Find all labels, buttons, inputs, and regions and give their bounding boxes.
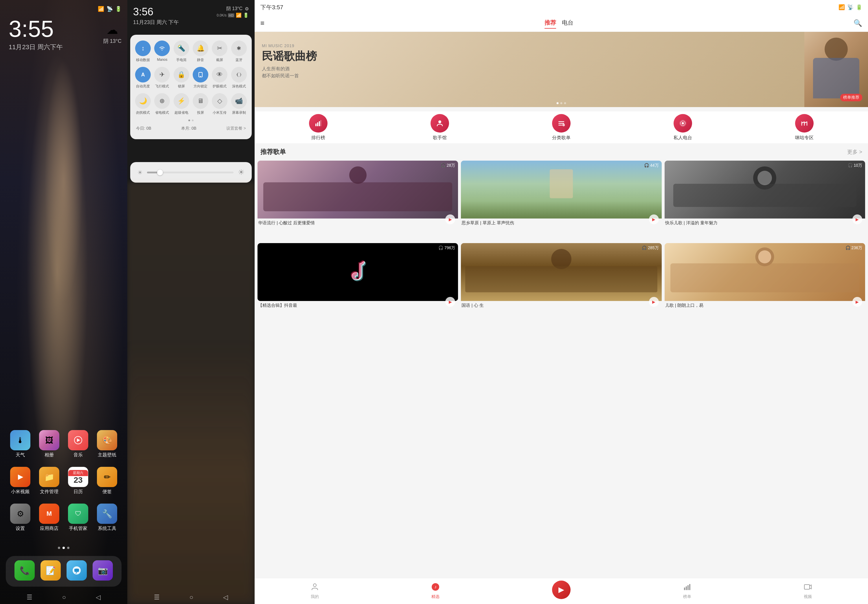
qs-orientation[interactable]: 方向锁定 xyxy=(192,67,209,89)
weather-status: 阴 13°C xyxy=(226,6,242,12)
qs-ultra-saver[interactable]: ⚡ 超级省电 xyxy=(173,93,190,115)
dock-messages[interactable] xyxy=(65,560,88,582)
qs-darkmode-btn[interactable] xyxy=(231,67,247,82)
nav-home-icon[interactable]: ○ xyxy=(62,593,66,601)
qs-airplane[interactable]: ✈ 飞行模式 xyxy=(153,67,170,89)
qs-cast[interactable]: 🖥 投屏 xyxy=(192,93,209,115)
app-settings[interactable]: ⚙ 设置 xyxy=(9,503,32,532)
qs-bluetooth[interactable]: ✱ 蓝牙 xyxy=(231,40,247,62)
qs-mi-transfer-btn[interactable]: ◇ xyxy=(212,93,228,109)
qs-dnd[interactable]: 🌙 勿扰模式 xyxy=(135,93,151,115)
tab-radio[interactable]: 电台 xyxy=(562,17,574,29)
dock-phone[interactable]: 📞 xyxy=(13,560,36,582)
qs-mi-transfer[interactable]: ◇ 小米互传 xyxy=(211,93,228,115)
bnav-mine[interactable]: 我的 xyxy=(311,583,319,599)
app-theme[interactable]: 🎨 主题壁纸 xyxy=(96,430,119,458)
qs-dnd-btn[interactable]: 🌙 xyxy=(135,93,151,109)
hamburger-menu-icon[interactable]: ≡ xyxy=(260,19,265,27)
qs-eyecare-btn[interactable]: 👁 xyxy=(212,67,228,82)
app-tools[interactable]: 🔧 系统工具 xyxy=(96,503,119,532)
qs-orientation-btn[interactable] xyxy=(193,67,208,82)
qs-mute[interactable]: 🔔 静音 xyxy=(192,40,209,62)
qs-mobile-data-btn[interactable]: ↕ xyxy=(135,40,151,56)
cat-playlists[interactable]: 分类歌单 xyxy=(552,114,570,141)
qs-mute-btn[interactable]: 🔔 xyxy=(193,40,208,56)
song-card-1[interactable]: 🎧 28万 ▶ 华语流行 | 心酸过 后更懂爱情 xyxy=(257,161,458,227)
qs-wifi[interactable]: Manos xyxy=(153,40,170,62)
app-music[interactable]: 音乐 xyxy=(67,430,90,458)
qs-screenshot-btn[interactable]: ✂ xyxy=(212,40,228,56)
svg-rect-23 xyxy=(687,585,688,590)
cat-artists-icon xyxy=(431,114,449,132)
app-mivideo[interactable]: ▶ 小米视频 xyxy=(9,467,32,495)
brightness-thumb[interactable] xyxy=(157,169,163,175)
bnav-featured[interactable]: ♪ 精选 xyxy=(431,583,440,599)
song-card-6[interactable]: 🎧 236万 ▶ 儿歌 | 朗朗上口，易 xyxy=(665,243,865,310)
play-btn-1[interactable]: ▶ xyxy=(445,214,455,224)
nav2-back-icon[interactable]: ◁ xyxy=(223,593,228,601)
qs-auto-brightness[interactable]: A 自动亮度 xyxy=(135,67,151,89)
tab-recommended[interactable]: 推荐 xyxy=(544,17,556,29)
qs-bluetooth-btn[interactable]: ✱ xyxy=(231,40,247,56)
app-phonemaster[interactable]: 🛡 手机管家 xyxy=(67,503,90,532)
qs-screen-record[interactable]: 📹 屏幕录制 xyxy=(231,93,247,115)
cat-migu[interactable]: 咪咕专区 xyxy=(795,114,814,141)
settings-btn[interactable]: ⚙ xyxy=(245,6,249,12)
app-files-label: 文件管理 xyxy=(40,489,59,495)
qs-dnd-label: 勿扰模式 xyxy=(136,110,150,115)
play-btn-2[interactable]: ▶ xyxy=(649,214,659,224)
app-appstore[interactable]: M 应用商店 xyxy=(37,503,61,532)
qs-eyecare[interactable]: 👁 护眼模式 xyxy=(211,67,228,89)
play-center-button[interactable]: ▶ xyxy=(552,581,570,599)
brightness-bar[interactable] xyxy=(147,172,234,173)
search-icon-btn[interactable]: 🔍 xyxy=(854,19,862,27)
qs-auto-brightness-btn[interactable]: A xyxy=(135,67,151,82)
qs-cast-btn[interactable]: 🖥 xyxy=(193,93,208,109)
qs-airplane-btn[interactable]: ✈ xyxy=(154,67,170,82)
play-btn-6[interactable]: ▶ xyxy=(852,297,862,307)
qs-screen-record-btn[interactable]: 📹 xyxy=(231,93,247,109)
qs-battery-saver[interactable]: ⊕ 省电模式 xyxy=(153,93,170,115)
app-notes[interactable]: ✏ 便签 xyxy=(96,467,119,495)
play-btn-3[interactable]: ▶ xyxy=(852,214,862,224)
data-settings-link[interactable]: 设置套餐 > xyxy=(226,126,246,131)
song-card-4[interactable]: 🎧 796万 ▶ 【精选合辑】抖音最 xyxy=(257,243,458,310)
qs-ultra-saver-btn[interactable]: ⚡ xyxy=(174,93,189,109)
nav-back-icon[interactable]: ◁ xyxy=(96,593,101,601)
qs-lockscreen-btn[interactable]: 🔒 xyxy=(174,67,189,82)
app-photos[interactable]: 🖼 相册 xyxy=(37,430,61,458)
qs-flashlight[interactable]: 🔦 手电筒 xyxy=(173,40,190,62)
bd-1 xyxy=(557,102,559,104)
song-card-2[interactable]: 🎧 44万 ▶ 思乡草原 | 草原上 草声忧伤 xyxy=(461,161,662,227)
dock-notes[interactable]: 📝 xyxy=(39,560,62,582)
bnav-play[interactable]: ▶ xyxy=(552,581,570,602)
qs-lockscreen[interactable]: 🔒 锁屏 xyxy=(173,67,190,89)
qs-flashlight-btn[interactable]: 🔦 xyxy=(174,40,189,56)
nav2-menu-icon[interactable]: ☰ xyxy=(154,593,160,601)
signal-3-icon: 📶 xyxy=(839,4,845,11)
dock-camera[interactable]: 📷 xyxy=(91,560,114,582)
banner-card[interactable]: MI MUSIC 2019 民谣歌曲榜 人生所有的酒 都不如听民谣一首 榜单推荐 xyxy=(254,32,868,107)
app-files[interactable]: 📁 文件管理 xyxy=(37,467,61,495)
song-card-5[interactable]: 🎧 285万 ▶ 国语 | 心 生 xyxy=(461,243,662,310)
cat-charts[interactable]: 排行榜 xyxy=(309,114,327,141)
nav2-home-icon[interactable]: ○ xyxy=(189,593,193,601)
cat-artists[interactable]: 歌手馆 xyxy=(431,114,449,141)
bnav-charts-label: 榜单 xyxy=(683,594,691,599)
more-link[interactable]: 更多 > xyxy=(847,149,862,155)
cat-personal-radio[interactable]: 私人电台 xyxy=(674,114,692,141)
song-card-3[interactable]: 🎧 10万 ▶ 快乐儿歌 | 洋溢的 童年魅力 xyxy=(665,161,865,227)
qs-battery-saver-btn[interactable]: ⊕ xyxy=(154,93,170,109)
app-weather[interactable]: 🌡 天气 xyxy=(9,430,32,458)
app-calendar[interactable]: 星期六 23 日历 xyxy=(67,467,90,495)
qs-darkmode[interactable]: 深色模式 xyxy=(231,67,247,89)
qs-wifi-btn[interactable] xyxy=(154,40,170,56)
bnav-video[interactable]: 视频 xyxy=(804,583,812,599)
qs-mobile-data[interactable]: ↕ 移动数据 xyxy=(135,40,151,62)
song-thumb-5 xyxy=(461,243,662,301)
play-btn-5[interactable]: ▶ xyxy=(649,297,659,307)
bnav-charts[interactable]: 榜单 xyxy=(683,583,691,599)
nav-menu-icon[interactable]: ☰ xyxy=(26,593,33,601)
qs-screenshot[interactable]: ✂ 截屏 xyxy=(211,40,228,62)
song-info-3: 快乐儿歌 | 洋溢的 童年魅力 xyxy=(665,219,865,227)
